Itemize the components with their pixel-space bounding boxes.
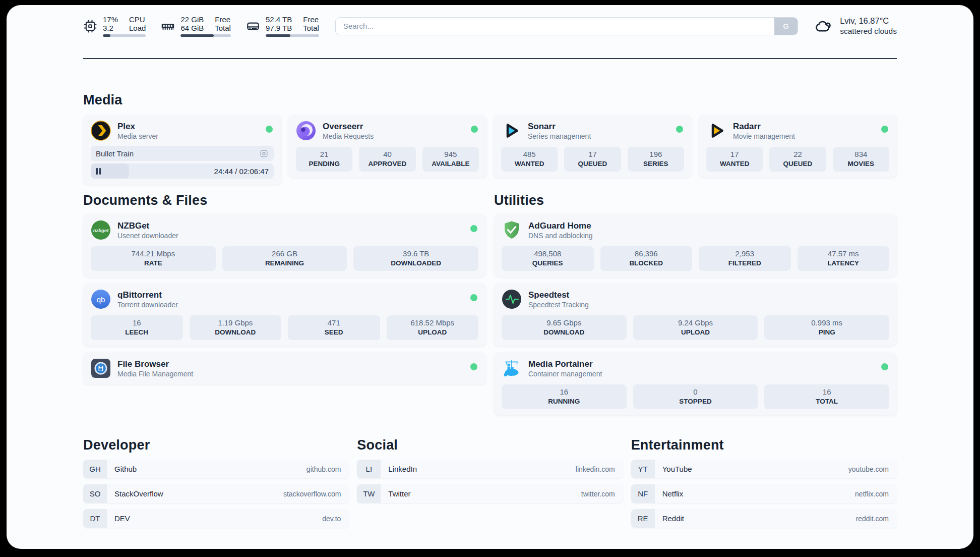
app-name: AdGuard Home (528, 220, 593, 231)
filebrowser-icon (91, 358, 111, 378)
section-title-utilities: Utilities (494, 193, 897, 208)
memory-progress-bar (180, 34, 231, 37)
app-subtitle: Media Requests (323, 132, 374, 141)
stat-box: 618.52 Mbps UPLOAD (387, 315, 479, 340)
bookmark-row-dev[interactable]: DT DEV dev.to (83, 509, 349, 528)
app-card-nzbget[interactable]: nzbget NZBGet Usenet downloader 744.21 M… (83, 214, 486, 277)
app-card-qbittorrent[interactable]: qb qBittorrent Torrent downloader 16 LEE… (83, 284, 486, 346)
app-card-plex[interactable]: Plex Media server Bullet Train (83, 115, 281, 185)
stat-box: 2,953 FILTERED (699, 246, 791, 271)
bookmark-url: stackoverflow.com (283, 490, 341, 498)
stat-box: 0.993 ms PING (764, 315, 889, 340)
stat-box: 266 GB REMAINING (222, 246, 347, 271)
stat-box: 9.65 Gbps DOWNLOAD (502, 315, 627, 340)
memory-labels: Free Total (215, 15, 231, 32)
now-playing-row: Bullet Train (91, 146, 274, 161)
stat-box: 9.24 Gbps UPLOAD (633, 315, 758, 340)
bookmark-name: Github (114, 465, 137, 473)
app-card-radarr[interactable]: Radarr Movie management 17 WANTED 22 QUE… (699, 115, 897, 178)
stat-box: 1.19 Gbps DOWNLOAD (190, 315, 282, 340)
bookmark-row-linkedin[interactable]: LI LinkedIn linkedin.com (357, 460, 623, 478)
header-divider (83, 58, 897, 59)
system-widget-disk: 52.4 TB 97.9 TB Free Total (246, 15, 319, 37)
stat-box: 485 WANTED (501, 147, 558, 172)
pause-icon[interactable] (96, 168, 101, 175)
app-subtitle: Container management (528, 370, 602, 378)
app-name: Media Portainer (528, 359, 602, 369)
weather-location: Lviv, 16.87°C (840, 16, 897, 26)
app-card-portainer[interactable]: Media Portainer Container management 16 … (494, 353, 897, 415)
memory-values: 22 GiB 64 GiB (180, 15, 204, 32)
stat-box: 47.57 ms LATENCY (798, 246, 890, 271)
stat-box: 17 WANTED (706, 147, 763, 172)
bookmark-row-github[interactable]: GH Github github.com (83, 460, 349, 478)
app-name: Speedtest (528, 290, 589, 300)
app-card-overseerr[interactable]: Overseerr Media Requests 21 PENDING 40 A… (288, 115, 486, 178)
bookmark-group-developer: Developer GH Github github.com SO StackO… (83, 437, 349, 528)
status-dot (470, 363, 477, 370)
sonarr-icon (501, 121, 521, 141)
dashboard-page: 17% 3.2 CPU Load (7, 5, 973, 549)
bookmark-url: twitter.com (581, 490, 615, 498)
app-name: Sonarr (528, 121, 591, 132)
svg-text:nzbget: nzbget (93, 228, 109, 233)
bookmark-row-reddit[interactable]: RE Reddit reddit.com (631, 509, 897, 528)
app-card-filebrowser[interactable]: File Browser Media File Management (83, 353, 486, 384)
radarr-icon (706, 121, 726, 141)
cpu-icon (83, 19, 97, 33)
bookmark-row-stackoverflow[interactable]: SO StackOverflow stackoverflow.com (83, 484, 349, 503)
speedtest-icon (502, 289, 522, 309)
bookmark-url: reddit.com (856, 515, 889, 523)
app-subtitle: Movie management (733, 132, 795, 141)
bookmark-name: YouTube (662, 465, 692, 473)
bookmark-abbr: NF (631, 484, 655, 503)
portainer-icon (502, 358, 522, 378)
disk-progress-bar (266, 34, 319, 37)
stat-box: 196 SERIES (628, 147, 684, 172)
app-subtitle: Usenet downloader (117, 232, 178, 240)
bookmark-name: StackOverflow (114, 489, 163, 498)
app-subtitle: Series management (528, 132, 591, 141)
ram-icon (161, 19, 175, 33)
bookmark-name: LinkedIn (388, 465, 417, 473)
nzbget-icon: nzbget (91, 220, 111, 240)
stat-box: 945 AVAILABLE (422, 147, 479, 172)
app-subtitle: DNS and adblocking (528, 232, 593, 240)
playback-time: 24:44 / 02:06:47 (214, 167, 269, 176)
stat-box: 498,508 QUERIES (502, 246, 594, 271)
bookmark-name: Twitter (388, 489, 410, 498)
now-playing-title: Bullet Train (96, 149, 134, 158)
app-card-speedtest[interactable]: Speedtest Speedtest Tracking 9.65 Gbps D… (494, 284, 897, 346)
bookmark-row-youtube[interactable]: YT YouTube youtube.com (631, 460, 897, 478)
stat-box: 86,396 BLOCKED (600, 246, 693, 271)
weather-condition: scattered clouds (840, 27, 897, 36)
overseerr-icon (296, 121, 316, 141)
app-name: Plex (117, 121, 158, 132)
status-dot (881, 363, 888, 370)
stat-box: 471 SEED (288, 315, 380, 340)
bookmark-row-netflix[interactable]: NF Netflix netflix.com (631, 484, 897, 503)
system-widgets: 17% 3.2 CPU Load (83, 15, 319, 37)
app-subtitle: Speedtest Tracking (528, 301, 589, 309)
bookmark-url: netflix.com (855, 490, 889, 498)
search-button[interactable]: G (774, 18, 798, 35)
section-title-documents: Documents & Files (83, 193, 486, 208)
video-type-icon (259, 149, 269, 158)
status-dot (881, 126, 888, 133)
bookmark-abbr: GH (83, 460, 107, 478)
app-card-sonarr[interactable]: Sonarr Series management 485 WANTED 17 Q… (494, 115, 692, 178)
stat-box: 834 MOVIES (833, 147, 889, 172)
stat-box: 22 QUEUED (769, 147, 826, 172)
app-name: Radarr (733, 121, 795, 132)
search-input[interactable] (336, 18, 774, 35)
bookmark-row-twitter[interactable]: TW Twitter twitter.com (357, 484, 623, 503)
section-title-media: Media (83, 92, 897, 108)
bookmark-url: github.com (307, 465, 341, 473)
status-dot (266, 126, 273, 133)
app-subtitle: Media server (117, 132, 158, 141)
adguard-icon (502, 220, 522, 240)
top-bar: 17% 3.2 CPU Load (83, 5, 897, 37)
app-card-adguard[interactable]: AdGuard Home DNS and adblocking 498,508 … (494, 214, 897, 277)
stat-box: 0 STOPPED (633, 384, 758, 409)
disk-values: 52.4 TB 97.9 TB (266, 15, 292, 32)
